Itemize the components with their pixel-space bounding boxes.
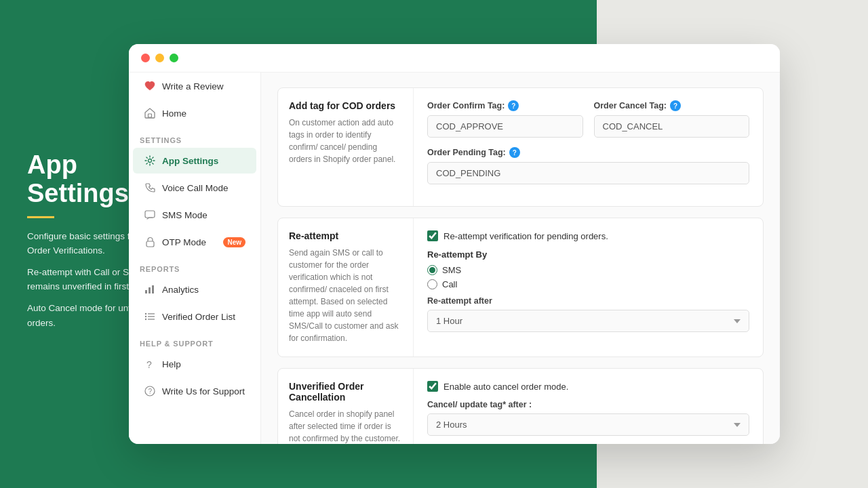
- reattempt-sms-label: SMS: [442, 265, 461, 275]
- sidebar-label-otp-mode: OTP Mode: [162, 237, 206, 247]
- home-icon: [144, 107, 156, 119]
- svg-rect-0: [149, 114, 152, 117]
- main-content: Add tag for COD orders On customer actio…: [261, 73, 780, 444]
- app-window: Write a Review Home SETTINGS: [129, 44, 780, 444]
- sidebar-item-app-settings[interactable]: App Settings: [133, 148, 256, 174]
- list-icon: [144, 310, 156, 323]
- heart-icon: [144, 80, 156, 92]
- svg-rect-3: [146, 241, 154, 247]
- pending-tag-help-icon[interactable]: ?: [509, 147, 520, 158]
- order-confirm-tag-label: Order Confirm Tag: ?: [427, 100, 583, 111]
- sidebar-item-home[interactable]: Home: [133, 100, 256, 126]
- sidebar-label-app-settings: App Settings: [162, 156, 218, 166]
- gear-icon: [144, 155, 156, 167]
- cancel-tag-after-select[interactable]: 1 Hour 2 Hours 3 Hours 4 Hours 6 Hours 1…: [427, 413, 749, 436]
- reattempt-sms-radio[interactable]: [427, 265, 437, 275]
- order-cancel-tag-label: Order Cancel Tag: ?: [594, 100, 750, 111]
- sidebar-label-write-review: Write a Review: [162, 81, 224, 92]
- order-confirm-tag-input[interactable]: [427, 115, 583, 138]
- sidebar-label-verified-order-list: Verified Order List: [162, 312, 235, 322]
- reattempt-sms-row: SMS: [427, 265, 749, 275]
- reattempt-call-label: Call: [442, 279, 457, 289]
- reattempt-checkbox-label: Re-attempt verification for pending orde…: [443, 231, 608, 241]
- phone-icon: [144, 182, 156, 194]
- svg-point-7: [145, 313, 146, 314]
- cancellation-title: Unverified Order Cancellation: [289, 381, 402, 403]
- sidebar-item-otp-mode[interactable]: OTP Mode New: [133, 229, 256, 255]
- svg-point-9: [145, 316, 146, 317]
- settings-section-title: SETTINGS: [129, 127, 260, 147]
- cancellation-checkbox-row: Enable auto cancel order mode.: [427, 381, 749, 392]
- svg-rect-2: [145, 211, 155, 218]
- order-pending-tag-input[interactable]: [427, 162, 749, 184]
- order-pending-tag-group: Order Pending Tag: ?: [427, 147, 749, 184]
- sidebar-item-help[interactable]: ? Help: [133, 351, 256, 377]
- hero-underline: [27, 216, 54, 218]
- cancellation-checkbox-label: Enable auto cancel order mode.: [443, 382, 568, 392]
- sidebar-label-voice-call-mode: Voice Call Mode: [162, 183, 229, 193]
- chart-icon: [144, 283, 156, 296]
- cancel-tag-after-label: Cancel/ update tag* after :: [427, 400, 749, 409]
- cancellation-section: Unverified Order Cancellation Cancel ord…: [277, 368, 764, 444]
- order-confirm-tag-group: Order Confirm Tag: ?: [427, 100, 583, 138]
- close-button[interactable]: [141, 54, 150, 62]
- reports-section-title: REPORTS: [129, 256, 260, 276]
- cod-orders-description: On customer action add auto tags in orde…: [289, 117, 402, 165]
- minimize-button[interactable]: [155, 54, 164, 62]
- sidebar-item-write-review[interactable]: Write a Review: [133, 73, 256, 99]
- sidebar: Write a Review Home SETTINGS: [129, 73, 261, 444]
- reattempt-after-label: Re-attempt after: [427, 296, 749, 306]
- reattempt-checkbox[interactable]: [427, 230, 438, 241]
- message-icon: [144, 209, 156, 221]
- question-circle-icon: ?: [144, 385, 156, 397]
- lock-icon: [144, 236, 156, 248]
- svg-point-11: [145, 319, 146, 320]
- sidebar-item-write-us[interactable]: ? Write Us for Support: [133, 378, 256, 404]
- cod-orders-title: Add tag for COD orders: [289, 100, 402, 111]
- order-cancel-tag-input[interactable]: [594, 115, 750, 138]
- reattempt-section: Re-attempt Send again SMS or call to cus…: [277, 218, 764, 357]
- confirm-tag-help-icon[interactable]: ?: [508, 100, 519, 111]
- reattempt-after-select[interactable]: 1 Hour 2 Hours 3 Hours 4 Hours 6 Hours 1…: [427, 310, 749, 332]
- reattempt-fields: Re-attempt verification for pending orde…: [414, 218, 763, 357]
- sidebar-item-analytics[interactable]: Analytics: [133, 277, 256, 302]
- window-body: Write a Review Home SETTINGS: [129, 73, 780, 444]
- reattempt-desc: Re-attempt Send again SMS or call to cus…: [278, 218, 414, 357]
- svg-text:?: ?: [146, 359, 152, 369]
- sidebar-label-sms-mode: SMS Mode: [162, 210, 208, 220]
- sidebar-item-voice-call-mode[interactable]: Voice Call Mode: [133, 175, 256, 201]
- reattempt-title: Re-attempt: [289, 230, 402, 241]
- cod-tag-row-1: Order Confirm Tag: ? Order Cancel Tag: ?: [427, 100, 749, 138]
- cod-orders-section: Add tag for COD orders On customer actio…: [277, 87, 764, 207]
- cancellation-checkbox[interactable]: [427, 381, 438, 392]
- maximize-button[interactable]: [170, 54, 178, 62]
- cod-tag-row-2: Order Pending Tag: ?: [427, 147, 749, 184]
- sidebar-label-write-us: Write Us for Support: [162, 386, 245, 396]
- cod-orders-desc: Add tag for COD orders On customer actio…: [278, 88, 414, 206]
- help-section-title: HELP & SUPPORT: [129, 330, 260, 350]
- reattempt-description: Send again SMS or call to customer for t…: [289, 247, 402, 344]
- new-badge: New: [223, 237, 245, 247]
- cod-orders-fields: Order Confirm Tag: ? Order Cancel Tag: ?: [414, 88, 763, 206]
- cancellation-fields: Enable auto cancel order mode. Cancel/ u…: [414, 369, 763, 444]
- svg-rect-5: [149, 287, 151, 293]
- sidebar-item-verified-order-list[interactable]: Verified Order List: [133, 304, 256, 329]
- cancel-tag-help-icon[interactable]: ?: [670, 100, 681, 111]
- reattempt-checkbox-row: Re-attempt verification for pending orde…: [427, 230, 749, 241]
- order-pending-tag-label: Order Pending Tag: ?: [427, 147, 749, 158]
- reattempt-call-row: Call: [427, 279, 749, 289]
- sidebar-label-analytics: Analytics: [162, 285, 199, 295]
- sidebar-label-help: Help: [162, 359, 181, 369]
- cancellation-description: Cancel order in shopify panel after sele…: [289, 408, 402, 444]
- order-cancel-tag-group: Order Cancel Tag: ?: [594, 100, 750, 138]
- svg-rect-6: [152, 285, 154, 293]
- reattempt-call-radio[interactable]: [427, 279, 437, 289]
- question-icon: ?: [144, 358, 156, 370]
- title-bar: [129, 44, 780, 73]
- sidebar-label-home: Home: [162, 108, 186, 119]
- svg-rect-4: [145, 290, 147, 293]
- sidebar-item-sms-mode[interactable]: SMS Mode: [133, 202, 256, 228]
- cancellation-desc: Unverified Order Cancellation Cancel ord…: [278, 369, 414, 444]
- reattempt-by-title: Re-attempt By: [427, 249, 749, 260]
- svg-text:?: ?: [149, 388, 153, 395]
